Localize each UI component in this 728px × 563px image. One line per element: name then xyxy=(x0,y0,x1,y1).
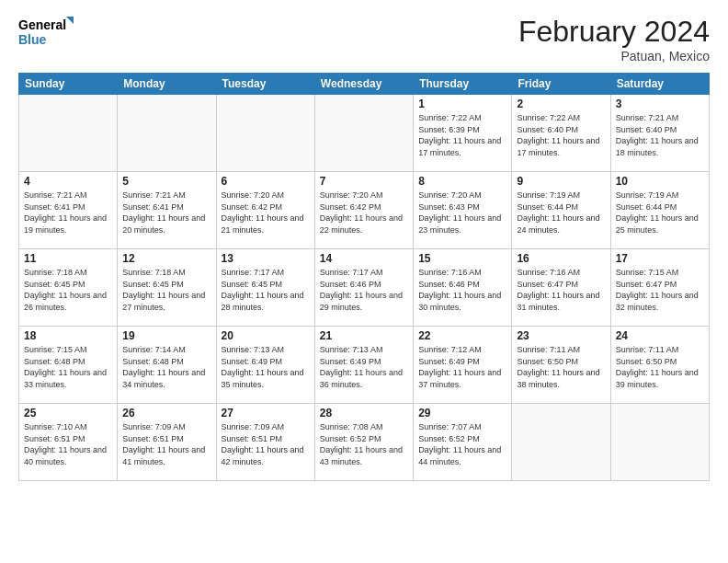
calendar-day-cell: 28Sunrise: 7:08 AMSunset: 6:52 PMDayligh… xyxy=(314,404,413,481)
day-number: 18 xyxy=(24,329,112,342)
day-number: 22 xyxy=(418,329,506,342)
calendar-week-row: 4Sunrise: 7:21 AMSunset: 6:41 PMDaylight… xyxy=(19,172,710,249)
col-friday: Friday xyxy=(512,74,610,95)
logo-svg: General Blue xyxy=(18,15,74,48)
calendar-day-cell: 4Sunrise: 7:21 AMSunset: 6:41 PMDaylight… xyxy=(19,172,118,249)
day-number: 7 xyxy=(320,175,408,188)
col-wednesday: Wednesday xyxy=(314,74,413,95)
calendar-day-cell: 17Sunrise: 7:15 AMSunset: 6:47 PMDayligh… xyxy=(610,249,709,327)
calendar-day-cell xyxy=(216,95,314,172)
month-year-title: February 2024 xyxy=(518,15,710,49)
calendar-day-cell: 14Sunrise: 7:17 AMSunset: 6:46 PMDayligh… xyxy=(314,249,413,327)
title-block: February 2024 Patuan, Mexico xyxy=(518,15,710,63)
calendar-day-cell: 13Sunrise: 7:17 AMSunset: 6:45 PMDayligh… xyxy=(216,249,314,327)
calendar-day-cell: 8Sunrise: 7:20 AMSunset: 6:43 PMDaylight… xyxy=(414,172,512,249)
calendar-day-cell: 3Sunrise: 7:21 AMSunset: 6:40 PMDaylight… xyxy=(610,95,709,172)
calendar-day-cell: 22Sunrise: 7:12 AMSunset: 6:49 PMDayligh… xyxy=(414,327,512,404)
col-monday: Monday xyxy=(118,74,216,95)
calendar-day-cell: 27Sunrise: 7:09 AMSunset: 6:51 PMDayligh… xyxy=(216,404,314,481)
day-number: 6 xyxy=(222,175,310,188)
col-tuesday: Tuesday xyxy=(216,74,314,95)
calendar-day-cell: 18Sunrise: 7:15 AMSunset: 6:48 PMDayligh… xyxy=(19,327,118,404)
day-number: 25 xyxy=(24,407,112,419)
day-info: Sunrise: 7:19 AMSunset: 6:44 PMDaylight:… xyxy=(616,190,704,236)
day-info: Sunrise: 7:11 AMSunset: 6:50 PMDaylight:… xyxy=(616,344,704,390)
day-number: 14 xyxy=(320,252,408,265)
day-number: 21 xyxy=(320,329,408,342)
calendar-day-cell: 7Sunrise: 7:20 AMSunset: 6:42 PMDaylight… xyxy=(314,172,413,249)
col-sunday: Sunday xyxy=(19,74,118,95)
day-info: Sunrise: 7:13 AMSunset: 6:49 PMDaylight:… xyxy=(320,344,408,390)
day-info: Sunrise: 7:21 AMSunset: 6:41 PMDaylight:… xyxy=(24,190,112,236)
day-number: 4 xyxy=(24,175,112,188)
calendar-table: Sunday Monday Tuesday Wednesday Thursday… xyxy=(18,73,710,481)
page: General Blue February 2024 Patuan, Mexic… xyxy=(0,0,728,563)
day-number: 17 xyxy=(616,252,704,265)
day-number: 12 xyxy=(122,252,210,265)
day-number: 16 xyxy=(517,252,605,265)
day-info: Sunrise: 7:18 AMSunset: 6:45 PMDaylight:… xyxy=(122,267,210,313)
day-info: Sunrise: 7:22 AMSunset: 6:39 PMDaylight:… xyxy=(418,112,506,158)
day-info: Sunrise: 7:07 AMSunset: 6:52 PMDaylight:… xyxy=(418,421,506,467)
logo: General Blue xyxy=(18,15,74,48)
day-number: 8 xyxy=(418,175,506,188)
calendar-day-cell: 21Sunrise: 7:13 AMSunset: 6:49 PMDayligh… xyxy=(314,327,413,404)
calendar-day-cell xyxy=(512,404,610,481)
day-info: Sunrise: 7:18 AMSunset: 6:45 PMDaylight:… xyxy=(24,267,112,313)
day-number: 27 xyxy=(222,407,310,419)
day-number: 24 xyxy=(616,329,704,342)
day-info: Sunrise: 7:08 AMSunset: 6:52 PMDaylight:… xyxy=(320,421,408,467)
day-info: Sunrise: 7:20 AMSunset: 6:43 PMDaylight:… xyxy=(418,190,506,236)
day-number: 23 xyxy=(517,329,605,342)
calendar-week-row: 25Sunrise: 7:10 AMSunset: 6:51 PMDayligh… xyxy=(19,404,710,481)
calendar-week-row: 18Sunrise: 7:15 AMSunset: 6:48 PMDayligh… xyxy=(19,327,710,404)
calendar-day-cell: 25Sunrise: 7:10 AMSunset: 6:51 PMDayligh… xyxy=(19,404,118,481)
day-number: 13 xyxy=(222,252,310,265)
day-info: Sunrise: 7:19 AMSunset: 6:44 PMDaylight:… xyxy=(517,190,605,236)
day-number: 1 xyxy=(418,98,506,110)
calendar-day-cell xyxy=(118,95,216,172)
day-number: 2 xyxy=(517,98,605,110)
calendar-header-row: Sunday Monday Tuesday Wednesday Thursday… xyxy=(19,74,710,95)
day-info: Sunrise: 7:21 AMSunset: 6:40 PMDaylight:… xyxy=(616,112,704,158)
location-subtitle: Patuan, Mexico xyxy=(518,49,710,63)
day-number: 26 xyxy=(122,407,210,419)
day-number: 29 xyxy=(418,407,506,419)
calendar-day-cell: 6Sunrise: 7:20 AMSunset: 6:42 PMDaylight… xyxy=(216,172,314,249)
calendar-day-cell xyxy=(314,95,413,172)
day-number: 28 xyxy=(320,407,408,419)
calendar-day-cell: 20Sunrise: 7:13 AMSunset: 6:49 PMDayligh… xyxy=(216,327,314,404)
svg-text:Blue: Blue xyxy=(18,32,47,47)
calendar-day-cell: 10Sunrise: 7:19 AMSunset: 6:44 PMDayligh… xyxy=(610,172,709,249)
day-info: Sunrise: 7:22 AMSunset: 6:40 PMDaylight:… xyxy=(517,112,605,158)
calendar-day-cell: 29Sunrise: 7:07 AMSunset: 6:52 PMDayligh… xyxy=(414,404,512,481)
day-info: Sunrise: 7:16 AMSunset: 6:47 PMDaylight:… xyxy=(517,267,605,313)
day-number: 19 xyxy=(122,329,210,342)
calendar-day-cell: 16Sunrise: 7:16 AMSunset: 6:47 PMDayligh… xyxy=(512,249,610,327)
calendar-day-cell: 11Sunrise: 7:18 AMSunset: 6:45 PMDayligh… xyxy=(19,249,118,327)
header: General Blue February 2024 Patuan, Mexic… xyxy=(18,15,710,63)
day-info: Sunrise: 7:15 AMSunset: 6:47 PMDaylight:… xyxy=(616,267,704,313)
calendar-day-cell xyxy=(610,404,709,481)
day-number: 5 xyxy=(122,175,210,188)
col-thursday: Thursday xyxy=(414,74,512,95)
day-info: Sunrise: 7:17 AMSunset: 6:46 PMDaylight:… xyxy=(320,267,408,313)
day-info: Sunrise: 7:14 AMSunset: 6:48 PMDaylight:… xyxy=(122,344,210,390)
day-info: Sunrise: 7:15 AMSunset: 6:48 PMDaylight:… xyxy=(24,344,112,390)
day-number: 11 xyxy=(24,252,112,265)
calendar-week-row: 1Sunrise: 7:22 AMSunset: 6:39 PMDaylight… xyxy=(19,95,710,172)
day-info: Sunrise: 7:13 AMSunset: 6:49 PMDaylight:… xyxy=(222,344,310,390)
day-info: Sunrise: 7:16 AMSunset: 6:46 PMDaylight:… xyxy=(418,267,506,313)
svg-marker-2 xyxy=(66,17,74,24)
day-info: Sunrise: 7:10 AMSunset: 6:51 PMDaylight:… xyxy=(24,421,112,467)
calendar-day-cell: 12Sunrise: 7:18 AMSunset: 6:45 PMDayligh… xyxy=(118,249,216,327)
day-info: Sunrise: 7:20 AMSunset: 6:42 PMDaylight:… xyxy=(222,190,310,236)
calendar-day-cell: 5Sunrise: 7:21 AMSunset: 6:41 PMDaylight… xyxy=(118,172,216,249)
calendar-day-cell: 2Sunrise: 7:22 AMSunset: 6:40 PMDaylight… xyxy=(512,95,610,172)
day-number: 10 xyxy=(616,175,704,188)
day-info: Sunrise: 7:20 AMSunset: 6:42 PMDaylight:… xyxy=(320,190,408,236)
calendar-day-cell xyxy=(19,95,118,172)
calendar-day-cell: 23Sunrise: 7:11 AMSunset: 6:50 PMDayligh… xyxy=(512,327,610,404)
day-number: 15 xyxy=(418,252,506,265)
col-saturday: Saturday xyxy=(610,74,709,95)
